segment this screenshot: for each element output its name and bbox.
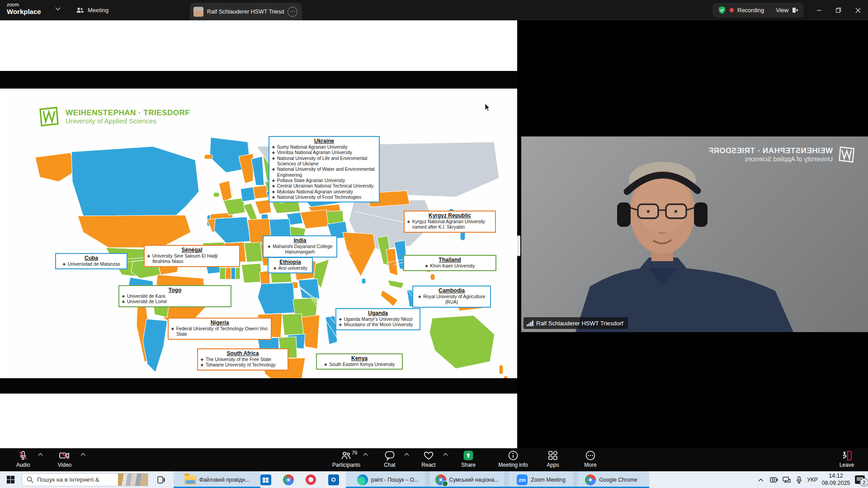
meeting-info-button[interactable]: Meeting info [494,450,533,468]
callout-togo: Togo❖Université de Kara❖Université de Lo… [118,285,231,307]
letterbox-bottom [0,378,517,394]
tray-mic[interactable] [793,471,805,488]
outlook-icon: O [328,474,339,485]
chat-chevron-icon[interactable] [404,453,409,456]
callout-university: ❖Kyrgyz National Agrarian University nam… [407,219,493,230]
callout-country: Kenya [319,355,400,362]
tray-language[interactable]: УКР [805,471,820,488]
callout-university: ❖South Eastern Kenya University [319,362,400,367]
participant-video[interactable]: WEIHENSTEPHAN · TRIESDORF University of … [521,136,868,332]
tray-clock[interactable]: 14:12 08.09.2025 [820,471,852,488]
callout-cambodia: Cambodia❖Royal University of Agriculture… [412,286,491,308]
share-screen-icon [463,450,474,461]
file-explorer-label: Файловий провідн... [199,477,250,483]
callout-country: Cuba [58,255,124,262]
callout-university: ❖Poltava State Agrarian University [272,178,377,183]
share-label: Share [461,462,476,468]
video-name-tag: Ralf Schlauderer HSWT Triesdorf [524,317,628,329]
taskbar-outlook[interactable]: O [323,471,344,488]
leave-button[interactable]: Leave [832,450,862,468]
callout-country: Thailand [406,257,493,263]
more-button[interactable]: More [576,450,604,468]
callout-university: ❖Central Ukrainian National Technical Un… [272,183,377,189]
tray-camera[interactable] [768,471,780,488]
participants-icon [340,450,352,461]
edge-icon [357,474,368,485]
callout-university: ❖Sumy National Agrarian University [272,145,377,150]
taskbar-store[interactable] [255,471,276,488]
site-badge [442,481,448,487]
participants-chevron-icon[interactable] [363,453,368,456]
view-layout-icon[interactable] [792,7,798,13]
callout-country: Kyrgyz Republic [407,212,493,219]
audio-chevron-icon[interactable] [38,453,43,456]
people-icon [76,7,84,14]
recording-dot [730,8,734,12]
taskbar-zoom[interactable]: zm Zoom Meeting [504,471,578,488]
more-icon [585,450,596,461]
share-button[interactable]: Share [454,450,482,468]
callout-university: ❖National University of Life and Envirom… [272,156,377,167]
chevron-down-icon[interactable] [55,7,61,11]
taskbar-opera[interactable] [301,471,321,488]
signal-bars-icon [527,320,533,326]
camera-tray-icon [770,477,778,483]
pane-divider-handle[interactable] [517,235,520,256]
callout-country: Cambodia [415,287,488,294]
task-view-icon [157,476,165,484]
callout-university: ❖Mykolaiv National Agrarian university [272,189,377,195]
audio-label: Audio [16,462,30,468]
taskbar-search[interactable]: Пошук на в Інтернеті & [22,473,148,486]
taskbar-chrome[interactable] [278,471,298,488]
microsoft-store-icon [260,474,271,485]
view-button[interactable]: View [776,7,788,14]
callout-country: India [266,237,334,244]
maximize-button[interactable] [829,0,848,20]
callout-university: ❖Université de Lomé [122,299,228,305]
presentation-slide: WEIHENSTEPHAN · TRIESDORF University of … [4,89,517,378]
react-label: React [421,462,435,468]
callout-country: South Africa [200,350,285,357]
video-chevron-icon[interactable] [80,453,85,456]
callout-india: India❖Maharishi Dayanand College Hanuman… [263,235,337,258]
zoom-app-icon: zm [517,474,528,485]
taskbar-edge-window[interactable]: paint - Пошук – O... [346,471,430,488]
hswt-logo-subtitle: University of Applied Sciences [66,117,190,125]
tray-network[interactable] [780,471,793,488]
participants-button[interactable]: Participants [326,450,366,468]
taskbar-google-chrome[interactable]: Google Chrome [573,471,649,488]
tray-expand-button[interactable] [754,471,768,488]
callout-university: ❖Uganda Martyr's University Nkozi [339,317,417,322]
search-icon [27,476,33,483]
tab-meeting[interactable]: Meeting [76,0,108,20]
mouse-cursor [485,103,491,112]
tab-active-label: Ralf Schlauderer HSWT Triesdorf's [207,9,284,15]
search-text: Пошук на в Інтернеті & [37,476,99,483]
callout-university: ❖The University of the Free State [200,357,285,362]
close-button[interactable] [848,0,868,20]
taskbar-file-explorer[interactable]: Файловий провідн... [174,471,260,488]
video-button[interactable]: Video [51,450,79,468]
shield-check-icon[interactable] [718,6,726,14]
search-highlight-image[interactable] [118,474,148,486]
language-label: УКР [807,477,818,483]
audio-button[interactable]: Audio [9,450,37,468]
info-icon [508,450,519,461]
minimize-button[interactable] [809,0,829,20]
apps-button[interactable]: Apps [539,450,567,468]
tab-active-speaker[interactable]: Ralf Schlauderer HSWT Triesdorf's ⋯ [190,3,302,20]
tab-options-icon[interactable]: ⋯ [288,7,297,17]
chevron-up-icon [758,478,764,482]
react-chevron-icon[interactable] [443,453,448,456]
taskbar-chrome-window[interactable]: Сумський націона... [425,471,509,488]
chat-button[interactable]: Chat [376,450,403,468]
tray-notifications[interactable]: 2 [852,471,868,488]
callout-cuba: Cuba❖Universidad de Matanzas [55,253,127,269]
callout-university: ❖Vinnitsa National Agrarian University [272,150,377,155]
meeting-info-label: Meeting info [498,462,528,468]
more-label: More [584,462,596,468]
participants-label: Participants [332,462,361,468]
react-button[interactable]: React [415,450,442,468]
start-button[interactable] [0,471,21,488]
task-view-button[interactable] [151,471,171,488]
